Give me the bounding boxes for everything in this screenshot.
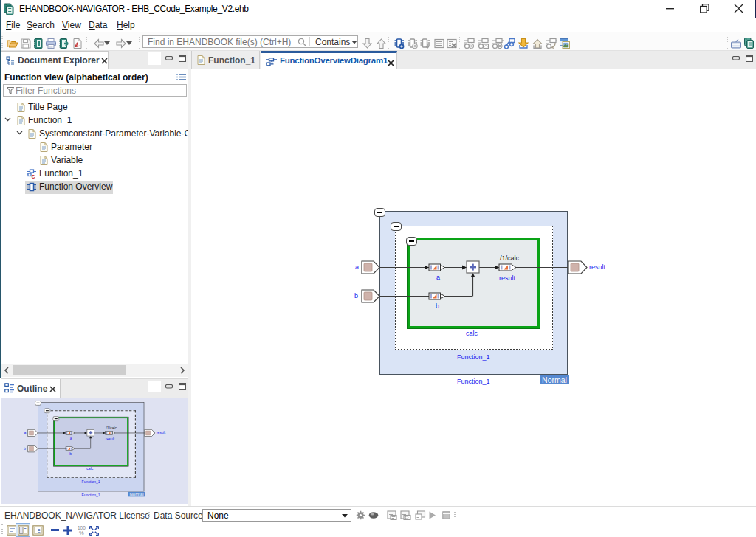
svg-text:c: c (32, 173, 35, 179)
svg-text:%: % (79, 530, 84, 536)
